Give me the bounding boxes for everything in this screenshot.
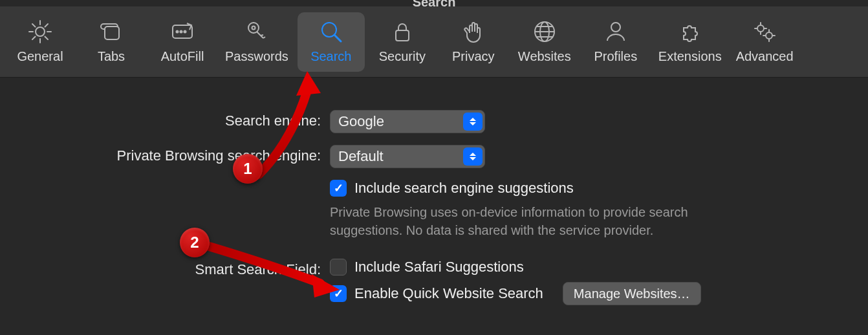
svg-line-8 (45, 24, 49, 27)
tab-websites[interactable]: Websites (511, 12, 578, 72)
tab-label: Privacy (452, 49, 495, 64)
svg-point-0 (36, 27, 45, 36)
puzzle-icon (677, 18, 704, 45)
include-engine-suggestions-label: Include search engine suggestions (354, 180, 574, 197)
tab-label: Extensions (658, 49, 722, 64)
svg-point-12 (180, 31, 182, 33)
globe-icon (531, 18, 558, 45)
svg-point-13 (184, 31, 186, 33)
svg-point-23 (757, 25, 764, 32)
smart-search-field-label: Smart Search Field: (0, 259, 330, 278)
pencil-box-icon (169, 18, 196, 45)
tab-label: Profiles (594, 49, 637, 64)
tab-label: Security (379, 49, 426, 64)
tab-passwords[interactable]: Passwords (220, 12, 294, 72)
tab-tabs[interactable]: Tabs (78, 12, 145, 72)
svg-line-5 (32, 24, 36, 27)
include-engine-suggestions-checkbox[interactable]: ✓ (330, 180, 347, 197)
tab-label: Passwords (225, 49, 288, 64)
svg-point-11 (177, 31, 179, 33)
private-browsing-helper-text: Private Browsing uses on-device informat… (330, 203, 757, 239)
tabs-icon (98, 18, 125, 45)
tab-extensions[interactable]: Extensions (653, 12, 727, 72)
search-icon (318, 18, 345, 45)
tab-label: AutoFill (161, 49, 204, 64)
tab-label: Search (310, 49, 351, 64)
window-title-text: Search (413, 0, 456, 6)
gear-icon (27, 18, 54, 45)
preferences-toolbar: General Tabs AutoFill Passwords Search S… (0, 6, 868, 78)
chevron-up-down-icon (463, 113, 483, 131)
search-engine-value: Google (338, 113, 384, 130)
search-engine-select[interactable]: Google (330, 110, 485, 133)
enable-quick-website-search-checkbox[interactable]: ✓ (330, 285, 347, 302)
tab-privacy[interactable]: Privacy (440, 12, 507, 72)
tab-label: General (17, 49, 63, 64)
tab-advanced[interactable]: Advanced (731, 12, 799, 72)
key-icon (243, 18, 270, 45)
enable-quick-website-search-label: Enable Quick Website Search (354, 285, 543, 302)
tab-profiles[interactable]: Profiles (582, 12, 649, 72)
hand-icon (460, 18, 487, 45)
svg-line-7 (32, 37, 36, 40)
include-safari-suggestions-label: Include Safari Suggestions (354, 259, 524, 276)
svg-point-15 (252, 27, 255, 30)
search-settings-panel: Search engine: Google Private Browsing s… (0, 78, 868, 335)
svg-line-6 (45, 37, 49, 40)
include-safari-suggestions-checkbox[interactable] (330, 259, 347, 276)
tab-label: Websites (518, 49, 571, 64)
svg-point-22 (611, 23, 620, 32)
tab-label: Advanced (736, 49, 794, 64)
tab-search[interactable]: Search (298, 12, 365, 72)
tab-general[interactable]: General (6, 12, 74, 72)
private-engine-select[interactable]: Default (330, 145, 485, 168)
chevron-up-down-icon (463, 147, 483, 166)
search-engine-label: Search engine: (0, 110, 330, 129)
tab-security[interactable]: Security (369, 12, 436, 72)
gears-icon (751, 18, 778, 45)
tab-label: Tabs (98, 49, 125, 64)
annotation-badge-1: 1 (233, 154, 263, 184)
svg-line-17 (334, 35, 341, 41)
tab-autofill[interactable]: AutoFill (149, 12, 216, 72)
private-engine-value: Default (338, 148, 384, 165)
svg-point-24 (766, 32, 772, 39)
manage-websites-button[interactable]: Manage Websites… (563, 282, 701, 305)
annotation-badge-2: 2 (180, 228, 210, 257)
person-icon (602, 18, 629, 45)
window-title: Search (0, 0, 868, 6)
lock-icon (389, 18, 416, 45)
svg-rect-9 (105, 27, 119, 39)
private-engine-label: Private Browsing search engine: (0, 145, 330, 164)
svg-rect-18 (396, 30, 409, 41)
